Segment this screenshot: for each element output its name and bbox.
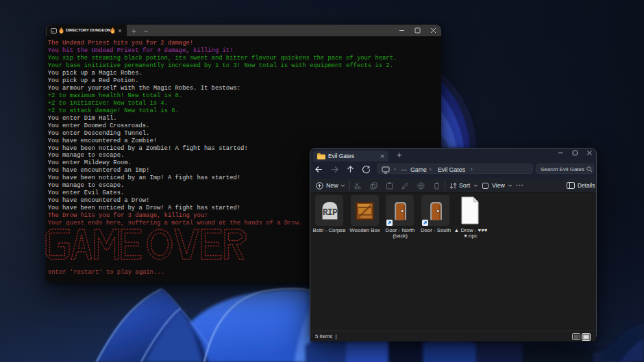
svg-text:RIP: RIP [323,208,337,218]
